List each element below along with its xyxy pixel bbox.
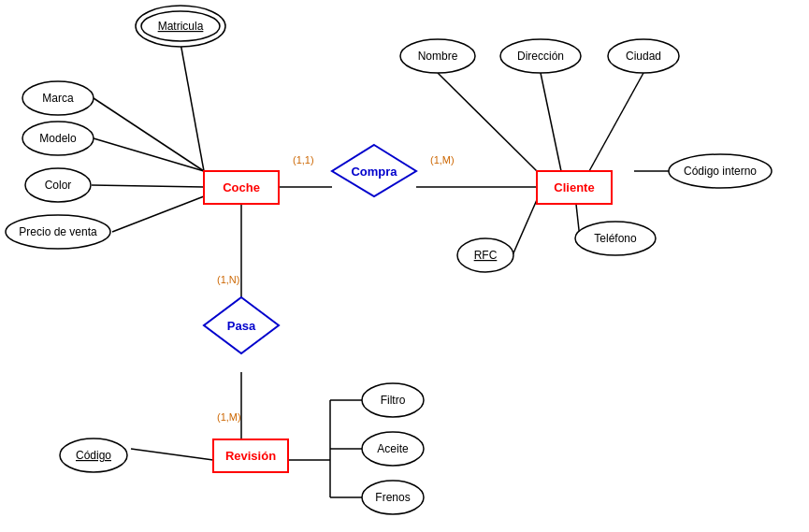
connector-ciudad-cliente: [589, 73, 643, 171]
attr-marca-label: Marca: [42, 92, 74, 105]
attr-codigo-interno-label: Código interno: [684, 165, 757, 178]
connector-matricula-coche: [181, 43, 204, 171]
cardinality-compra-cliente: (1,M): [430, 154, 455, 165]
attr-telefono-label: Teléfono: [594, 232, 637, 245]
attr-frenos-label: Frenos: [375, 491, 410, 504]
entity-cliente-label: Cliente: [554, 180, 594, 194]
attr-color-label: Color: [45, 179, 72, 192]
attr-matricula-label: Matricula: [158, 20, 204, 33]
connector-precio-coche: [112, 196, 204, 232]
attr-aceite-label: Aceite: [377, 442, 409, 455]
connector-codigo-revision: [131, 449, 213, 460]
attr-precio-label: Precio de venta: [19, 225, 97, 238]
attr-modelo-label: Modelo: [39, 132, 77, 145]
cardinality-coche-pasa: (1,N): [217, 274, 239, 285]
er-diagram: Coche Cliente Revisión Compra Pasa Matri…: [0, 0, 809, 532]
connector-direccion-cliente: [541, 73, 561, 171]
attr-filtro-label: Filtro: [381, 394, 406, 407]
attr-direccion-label: Dirección: [517, 50, 564, 63]
entity-coche-label: Coche: [223, 180, 260, 194]
connector-marca-coche: [94, 98, 204, 171]
relation-compra-label: Compra: [351, 165, 397, 179]
cardinality-pasa-revision: (1,M): [217, 411, 241, 423]
attr-ciudad-label: Ciudad: [626, 50, 661, 63]
connector-color-coche: [92, 185, 204, 187]
attr-codigo-label: Código: [76, 449, 111, 462]
attr-rfc-label: RFC: [474, 249, 498, 262]
entity-revision-label: Revisión: [225, 449, 276, 463]
cardinality-coche-compra: (1,1): [293, 154, 314, 165]
relation-pasa-label: Pasa: [227, 319, 256, 333]
connector-modelo-coche: [94, 138, 204, 171]
attr-nombre-label: Nombre: [418, 50, 458, 63]
